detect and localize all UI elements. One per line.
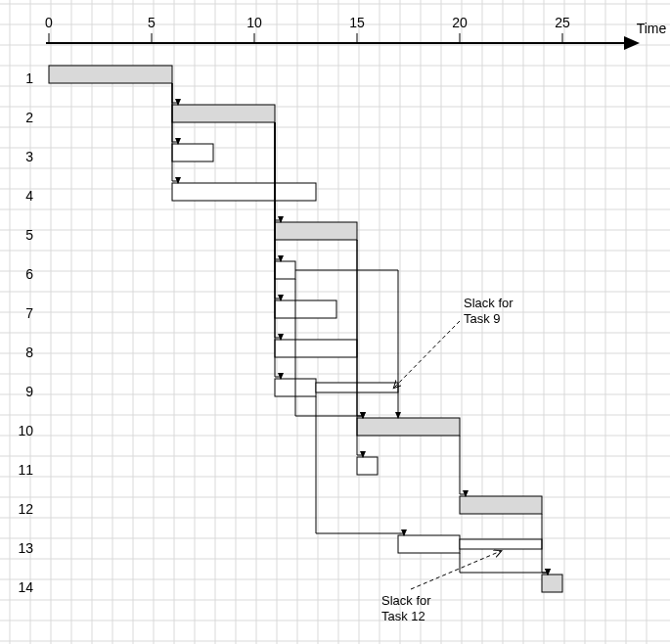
- row-label: 14: [18, 579, 33, 595]
- dependency-arrow: [275, 122, 281, 222]
- task-bar-4: [172, 183, 316, 201]
- task-bar-10: [357, 418, 460, 436]
- svg-text:20: 20: [452, 15, 468, 30]
- task-bar-7: [275, 300, 336, 318]
- task-bar-1: [49, 66, 172, 83]
- svg-text:0: 0: [45, 15, 53, 30]
- row-label: 6: [25, 266, 33, 282]
- dependency-arrow: [542, 514, 548, 575]
- row-label: 7: [25, 305, 33, 321]
- row-label: 10: [18, 423, 33, 438]
- task-bar-13: [398, 535, 460, 553]
- row-label: 3: [25, 149, 33, 164]
- task-bar-14: [542, 575, 562, 592]
- annotation-label: Task 12: [381, 609, 425, 623]
- row-label: 5: [25, 227, 33, 243]
- row-label: 4: [25, 188, 33, 204]
- row-label: 2: [25, 110, 33, 125]
- svg-text:25: 25: [555, 15, 570, 30]
- annotation-label: Task 9: [464, 311, 501, 326]
- row-label: 1: [25, 70, 33, 86]
- row-label: 12: [18, 501, 33, 517]
- task-bar-5: [275, 222, 357, 240]
- task-bar-3: [172, 144, 213, 161]
- annotation-label: Slack for: [381, 593, 431, 608]
- annotation-arrow: [411, 551, 501, 589]
- axis-label: Time: [637, 21, 667, 36]
- task-bar-8: [275, 340, 357, 357]
- annotation-label: Slack for: [464, 296, 514, 310]
- grid: [0, 0, 670, 644]
- task-bar-11: [357, 457, 378, 475]
- task-bar-12: [460, 496, 542, 514]
- row-label: 8: [25, 345, 33, 360]
- task-bar-2: [172, 105, 275, 122]
- row-label: 11: [18, 462, 33, 478]
- task-bar-6: [275, 261, 295, 279]
- annotation-arrow: [394, 321, 460, 388]
- svg-text:15: 15: [349, 15, 365, 30]
- row-label: 13: [18, 540, 33, 556]
- row-label: 9: [25, 384, 33, 399]
- svg-text:10: 10: [246, 15, 262, 30]
- gantt-chart: 0510152025Time1234567891011121314Slack f…: [0, 0, 670, 644]
- axis-arrow-icon: [624, 36, 640, 50]
- svg-text:5: 5: [148, 15, 156, 30]
- slack-bar-13: [460, 539, 542, 549]
- dependency-arrow: [460, 553, 548, 575]
- dependency-arrow: [460, 436, 466, 496]
